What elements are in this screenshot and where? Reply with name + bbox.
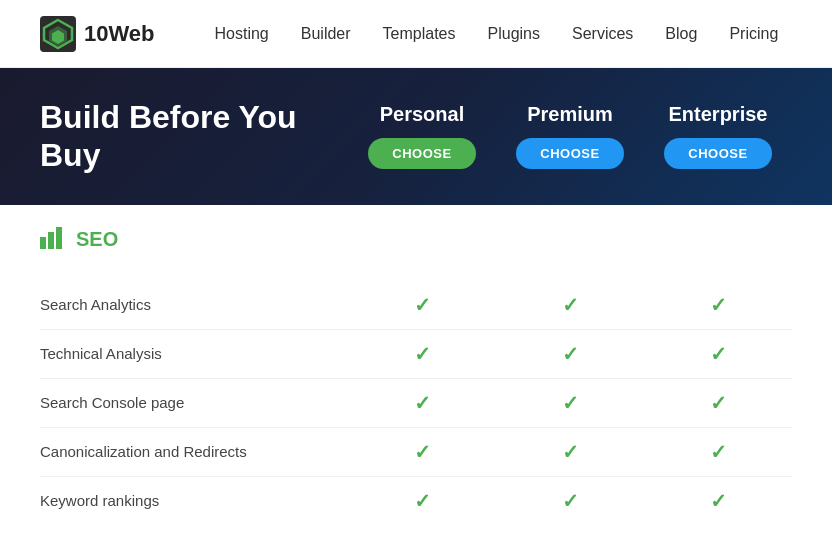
pricing-columns: Personal CHOOSE Premium CHOOSE Enterpris… — [348, 103, 792, 169]
checkmark-icon: ✓ — [562, 391, 579, 415]
checkmark-icon: ✓ — [414, 489, 431, 513]
feature-name: Search Console page — [40, 394, 348, 411]
feature-row: Canonicalization and Redirects ✓ ✓ ✓ — [40, 428, 792, 477]
seo-chart-icon — [40, 225, 66, 255]
check-premium: ✓ — [496, 342, 644, 366]
choose-personal-button[interactable]: CHOOSE — [368, 138, 475, 169]
plan-enterprise-name: Enterprise — [669, 103, 768, 126]
nav-services[interactable]: Services — [572, 25, 633, 42]
plan-enterprise: Enterprise CHOOSE — [644, 103, 792, 169]
checkmark-icon: ✓ — [710, 489, 727, 513]
checkmark-icon: ✓ — [710, 293, 727, 317]
check-enterprise: ✓ — [644, 391, 792, 415]
checkmark-icon: ✓ — [562, 293, 579, 317]
check-personal: ✓ — [348, 342, 496, 366]
check-enterprise: ✓ — [644, 293, 792, 317]
logo-area[interactable]: 10Web — [40, 16, 155, 52]
check-premium: ✓ — [496, 391, 644, 415]
feature-name: Search Analytics — [40, 296, 348, 313]
logo-icon — [40, 16, 76, 52]
hero-section: Build Before You Buy Personal CHOOSE Pre… — [0, 68, 832, 205]
nav-blog[interactable]: Blog — [665, 25, 697, 42]
check-premium: ✓ — [496, 293, 644, 317]
feature-checks: ✓ ✓ ✓ — [348, 440, 792, 464]
checkmark-icon: ✓ — [414, 440, 431, 464]
feature-checks: ✓ ✓ ✓ — [348, 391, 792, 415]
choose-enterprise-button[interactable]: CHOOSE — [664, 138, 771, 169]
brand-name: 10Web — [84, 21, 155, 47]
check-personal: ✓ — [348, 293, 496, 317]
feature-row: Search Console page ✓ ✓ ✓ — [40, 379, 792, 428]
svg-rect-6 — [56, 227, 62, 249]
svg-rect-4 — [40, 237, 46, 249]
nav-plugins[interactable]: Plugins — [488, 25, 540, 42]
check-enterprise: ✓ — [644, 489, 792, 513]
check-premium: ✓ — [496, 440, 644, 464]
feature-name: Keyword rankings — [40, 492, 348, 509]
nav-pricing[interactable]: Pricing — [729, 25, 778, 42]
nav-builder[interactable]: Builder — [301, 25, 351, 42]
feature-table: Search Analytics ✓ ✓ ✓ Technical Analysi… — [40, 281, 792, 525]
check-enterprise: ✓ — [644, 342, 792, 366]
feature-name: Canonicalization and Redirects — [40, 443, 348, 460]
feature-row: Technical Analysis ✓ ✓ ✓ — [40, 330, 792, 379]
plan-premium: Premium CHOOSE — [496, 103, 644, 169]
check-personal: ✓ — [348, 489, 496, 513]
feature-checks: ✓ ✓ ✓ — [348, 342, 792, 366]
hero-left: Build Before You Buy — [40, 98, 348, 175]
feature-name: Technical Analysis — [40, 345, 348, 362]
choose-premium-button[interactable]: CHOOSE — [516, 138, 623, 169]
check-personal: ✓ — [348, 440, 496, 464]
hero-title: Build Before You Buy — [40, 98, 348, 175]
check-personal: ✓ — [348, 391, 496, 415]
nav-templates[interactable]: Templates — [383, 25, 456, 42]
checkmark-icon: ✓ — [562, 440, 579, 464]
feature-checks: ✓ ✓ ✓ — [348, 489, 792, 513]
checkmark-icon: ✓ — [414, 391, 431, 415]
navbar: 10Web Hosting Builder Templates Plugins … — [0, 0, 832, 68]
plan-personal: Personal CHOOSE — [348, 103, 496, 169]
seo-section-title: SEO — [76, 228, 118, 251]
seo-section-header: SEO — [40, 225, 792, 265]
checkmark-icon: ✓ — [710, 342, 727, 366]
checkmark-icon: ✓ — [414, 293, 431, 317]
checkmark-icon: ✓ — [562, 489, 579, 513]
nav-hosting[interactable]: Hosting — [215, 25, 269, 42]
feature-row: Search Analytics ✓ ✓ ✓ — [40, 281, 792, 330]
feature-row: Keyword rankings ✓ ✓ ✓ — [40, 477, 792, 525]
plan-personal-name: Personal — [380, 103, 464, 126]
checkmark-icon: ✓ — [562, 342, 579, 366]
check-enterprise: ✓ — [644, 440, 792, 464]
check-premium: ✓ — [496, 489, 644, 513]
nav-links: Hosting Builder Templates Plugins Servic… — [215, 25, 779, 43]
feature-checks: ✓ ✓ ✓ — [348, 293, 792, 317]
checkmark-icon: ✓ — [710, 391, 727, 415]
checkmark-icon: ✓ — [414, 342, 431, 366]
checkmark-icon: ✓ — [710, 440, 727, 464]
svg-rect-5 — [48, 232, 54, 249]
plan-premium-name: Premium — [527, 103, 613, 126]
content-section: SEO Search Analytics ✓ ✓ ✓ Technical Ana… — [0, 205, 832, 541]
